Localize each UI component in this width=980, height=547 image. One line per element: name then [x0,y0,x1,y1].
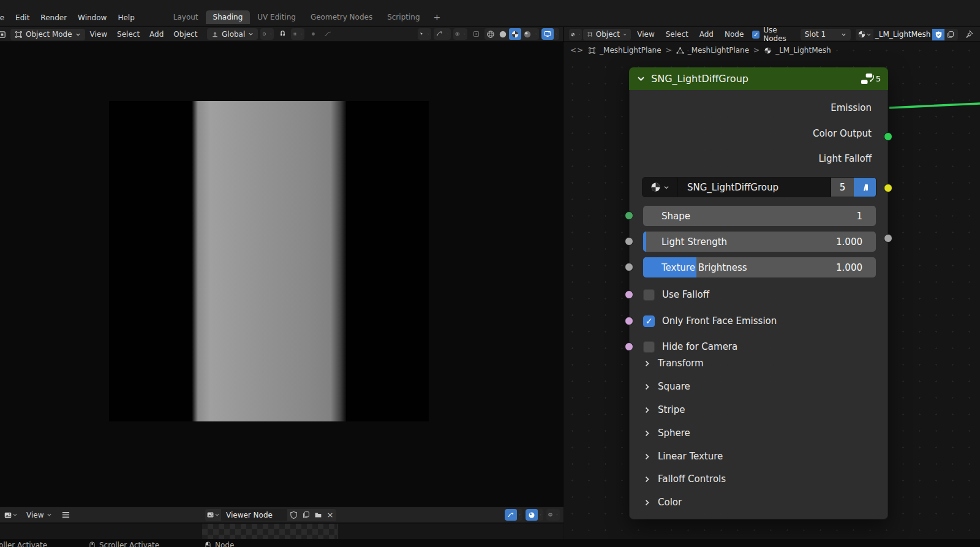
add-workspace-button[interactable]: + [428,11,447,23]
input-shape[interactable]: Shape 1 [643,206,876,226]
pivot-dropdown[interactable] [260,28,274,40]
panel-falloff-controls[interactable]: Falloff Controls [643,472,726,486]
menu-render[interactable]: Render [35,12,72,24]
shader-editor-type-dropdown[interactable] [569,29,582,40]
sphere-icon [528,511,535,519]
slot-dropdown[interactable]: Slot 1 [801,29,851,40]
breadcrumb-mesh[interactable]: _MeshLightPlane [676,46,749,55]
copy-material-button[interactable] [944,29,956,40]
menu-file[interactable]: File [0,12,10,24]
status-hint-label: Scroller Activate [99,541,159,547]
socket-light-falloff[interactable] [884,234,892,243]
socket-color-output[interactable] [884,184,892,192]
image-unlink-button[interactable]: × [324,509,336,521]
unlink-material-button[interactable]: × [956,29,958,40]
menu-window[interactable]: Window [72,12,112,24]
tab-shading[interactable]: Shading [206,10,251,24]
orientation-dropdown[interactable]: Global [207,28,258,40]
vp-menu-select[interactable]: Select [112,30,145,39]
tab-layout[interactable]: Layout [166,10,206,24]
panel-square[interactable]: Square [643,379,690,394]
shading-solid-button[interactable] [497,28,509,40]
shader-type-dropdown[interactable]: Object [583,29,631,40]
breadcrumb-material[interactable]: _LM_LightMesh [764,46,831,55]
collapse-chevron-icon[interactable] [636,74,646,83]
gizmos-dropdown[interactable] [418,28,431,40]
proportional-falloff-dropdown[interactable] [322,28,334,40]
image-view-menu[interactable]: View [21,511,57,519]
image-display-channels-dropdown[interactable] [546,509,560,521]
material-browse-dropdown[interactable] [856,29,873,40]
panel-color[interactable]: Color [643,495,682,510]
sh-menu-node[interactable]: Node [720,30,748,39]
proportional-edit-toggle[interactable] [307,28,319,40]
editor-type-icon[interactable] [0,29,8,40]
use-nodes-checkbox[interactable] [752,31,760,39]
socket-texture-brightness[interactable] [625,263,633,271]
tab-scripting[interactable]: Scripting [380,10,427,24]
use-nodes-toggle[interactable]: Use Nodes [752,26,799,43]
image-editor-content[interactable] [0,524,564,539]
mouse-icon [205,541,211,547]
node-sng-lightdiffgroup[interactable]: SNG_LightDiffGroup 5 Emission Color O [629,67,888,519]
image-gizmos-dropdown[interactable] [505,509,522,521]
image-fake-user-toggle[interactable] [287,509,300,521]
vp-menu-add[interactable]: Add [145,30,168,39]
socket-use-falloff[interactable] [625,290,633,299]
checkbox-only-front-face-emission[interactable]: Only Front Face Emission [643,314,777,328]
checkbox[interactable] [643,289,655,301]
material-name-field[interactable]: _LM_LightMesh [873,29,932,40]
breadcrumb-object[interactable]: _MeshLightPlane [588,46,661,55]
viewport-3d[interactable] [0,42,564,507]
shading-rendered-button[interactable] [521,28,533,40]
mode-dropdown[interactable]: Object Mode [10,29,85,40]
group-name-field[interactable]: SNG_LightDiffGroup [677,178,831,197]
image-copy-button[interactable] [300,509,312,521]
tab-uv-editing[interactable]: UV Editing [250,10,303,24]
menu-help[interactable]: Help [112,12,140,24]
image-shading-dropdown[interactable] [526,509,543,521]
snap-toggle[interactable] [276,28,288,40]
image-name-field[interactable]: Viewer Node [221,509,287,521]
panel-sphere[interactable]: Sphere [643,426,690,440]
checkbox-hide-for-camera[interactable]: Hide for Camera [643,340,737,353]
fake-user-toggle[interactable] [932,29,944,40]
group-users-count-button[interactable]: 5 [831,178,854,197]
checkbox[interactable] [643,315,655,327]
image-editor-type-dropdown[interactable] [2,509,19,521]
shading-wireframe-button[interactable] [484,28,497,40]
socket-shape[interactable] [625,211,633,220]
panel-transform[interactable]: Transform [643,356,704,371]
panel-linear-texture[interactable]: Linear Texture [643,449,723,464]
render-display-dropdown[interactable] [541,28,559,40]
tab-geometry-nodes[interactable]: Geometry Nodes [303,10,380,24]
socket-hide-for-camera[interactable] [625,342,633,351]
shader-node-editor[interactable]: <> _MeshLightPlane > _MeshLightPlane > _… [564,42,980,539]
checkbox[interactable] [643,341,655,353]
pin-toggle[interactable] [963,29,975,40]
navigation-gizmo-dropdown[interactable] [434,28,451,40]
xray-toggle[interactable] [470,28,482,40]
panel-stripe[interactable]: Stripe [643,402,685,417]
sh-menu-view[interactable]: View [632,30,659,39]
status-hint-2: Scroller Activate [89,541,159,547]
sh-menu-add[interactable]: Add [695,30,718,39]
group-browse-dropdown[interactable] [643,178,677,197]
sh-menu-select[interactable]: Select [661,30,693,39]
input-light-strength[interactable]: Light Strength 1.000 [643,232,876,252]
socket-light-strength[interactable] [625,237,633,246]
snap-target-dropdown[interactable] [291,28,304,40]
image-open-button[interactable] [312,509,324,521]
vp-menu-object[interactable]: Object [168,30,202,39]
node-header[interactable]: SNG_LightDiffGroup 5 [629,67,888,90]
image-menu-hamburger[interactable] [59,509,72,521]
menu-edit[interactable]: Edit [10,12,35,24]
shading-material-button[interactable] [509,28,521,40]
checkbox-use-falloff[interactable]: Use Falloff [643,288,709,301]
vp-menu-view[interactable]: View [85,30,112,39]
socket-only-front-face[interactable] [625,317,633,325]
overlays-dropdown[interactable] [453,28,467,40]
group-fake-user-button[interactable] [854,178,876,197]
input-texture-brightness[interactable]: Texture Brightness 1.000 [643,257,876,277]
image-browse-dropdown[interactable] [205,509,221,521]
